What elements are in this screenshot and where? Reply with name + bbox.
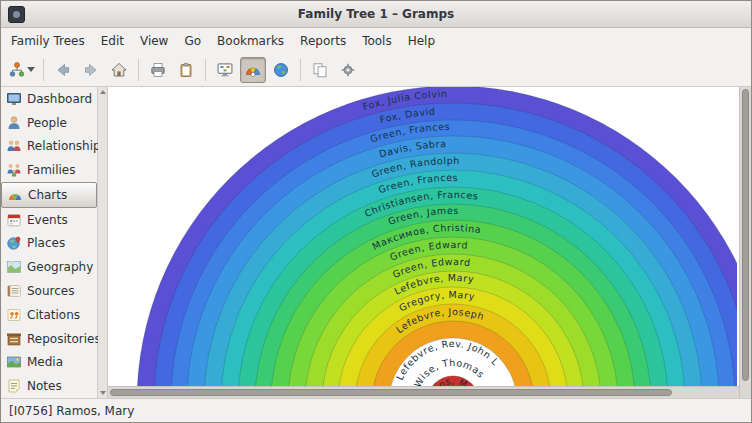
scroll-up-icon <box>100 90 106 94</box>
back-button[interactable] <box>50 57 76 83</box>
settings-button[interactable] <box>335 57 361 83</box>
toolbar-separator <box>138 59 139 81</box>
titlebar[interactable]: Family Tree 1 – Gramps <box>1 1 751 28</box>
family-trees-button[interactable] <box>5 57 38 83</box>
sidebar-item-label: Charts <box>28 188 67 202</box>
scroll-down-icon <box>100 391 106 395</box>
sidebar-item-label: Families <box>27 163 75 177</box>
toolbar <box>1 53 751 87</box>
sidebar-item-label: Geography <box>27 260 93 274</box>
sidebar-item-sources[interactable]: Sources <box>1 279 97 303</box>
sidebar-item-label: Places <box>27 236 65 250</box>
sidebar-item-relationships[interactable]: Relationships <box>1 135 97 159</box>
menu-view[interactable]: View <box>132 30 176 52</box>
menu-edit[interactable]: Edit <box>93 30 132 52</box>
sidebar-item-charts[interactable]: Charts <box>1 182 97 208</box>
relationships-icon <box>6 138 22 154</box>
sidebar-item-label: Media <box>27 355 63 369</box>
horizontal-scrollbar[interactable] <box>108 386 739 398</box>
sidebar-item-dashboard[interactable]: Dashboard <box>1 87 97 111</box>
places-icon <box>6 235 22 251</box>
back-icon <box>54 61 72 79</box>
toolbar-separator <box>43 59 44 81</box>
pedigree-view-button[interactable] <box>212 57 238 83</box>
sidebar-item-label: Relationships <box>27 139 107 153</box>
sidebar-item-label: Events <box>27 213 68 227</box>
forward-icon <box>82 61 100 79</box>
repositories-icon <box>6 331 22 347</box>
events-icon <box>6 212 22 228</box>
print-icon <box>149 61 167 79</box>
sidebar-scrollbar[interactable] <box>98 87 108 398</box>
pedigree-view-icon <box>216 61 234 79</box>
clipboard-icon <box>177 61 195 79</box>
toolbar-separator <box>205 59 206 81</box>
sidebar-item-label: Notes <box>27 379 62 393</box>
chart-column: Fox, Julia Colvin Fox, David Green, Fran… <box>108 87 739 398</box>
sidebar-item-label: Citations <box>27 308 80 322</box>
menu-go[interactable]: Go <box>176 30 209 52</box>
sidebar-item-places[interactable]: Places <box>1 232 97 256</box>
status-text: [I0756] Ramos, Mary <box>9 404 134 418</box>
main-body: Dashboard People Relationships Families … <box>1 87 751 398</box>
window-icon <box>8 6 25 23</box>
sidebar: Dashboard People Relationships Families … <box>1 87 98 398</box>
home-icon <box>110 61 128 79</box>
dashboard-icon <box>6 91 22 107</box>
clipboard-button[interactable] <box>173 57 199 83</box>
menu-family-trees[interactable]: Family Trees <box>3 30 93 52</box>
settings-icon <box>339 61 357 79</box>
fan-chart-viewport[interactable]: Fox, Julia Colvin Fox, David Green, Fran… <box>108 87 739 386</box>
print-button[interactable] <box>145 57 171 83</box>
window-title: Family Tree 1 – Gramps <box>298 7 454 21</box>
sidebar-item-notes[interactable]: Notes <box>1 374 97 398</box>
geography-view-icon <box>272 61 290 79</box>
home-button[interactable] <box>106 57 132 83</box>
fan-chart[interactable]: Fox, Julia Colvin Fox, David Green, Fran… <box>108 87 737 386</box>
sidebar-item-geography[interactable]: Geography <box>1 255 97 279</box>
sidebar-item-families[interactable]: Families <box>1 158 97 182</box>
forward-button[interactable] <box>78 57 104 83</box>
menu-reports[interactable]: Reports <box>292 30 354 52</box>
sidebar-item-label: Repositories <box>27 332 101 346</box>
charts-icon <box>7 187 23 203</box>
sidebar-item-label: Dashboard <box>27 92 92 106</box>
vertical-scrollbar[interactable] <box>739 87 751 398</box>
menubar: Family Trees Edit View Go Bookmarks Repo… <box>1 28 751 53</box>
copy-icon <box>311 61 329 79</box>
statusbar: [I0756] Ramos, Mary <box>1 398 751 422</box>
family-trees-icon <box>8 61 26 79</box>
toolbar-separator <box>300 59 301 81</box>
horizontal-scrollbar-thumb[interactable] <box>110 389 672 396</box>
notes-icon <box>6 378 22 394</box>
copy-button[interactable] <box>307 57 333 83</box>
sidebar-item-people[interactable]: People <box>1 111 97 135</box>
sidebar-item-label: People <box>27 116 67 130</box>
sidebar-item-media[interactable]: Media <box>1 350 97 374</box>
menu-help[interactable]: Help <box>400 30 443 52</box>
vertical-scrollbar-thumb[interactable] <box>742 89 749 381</box>
sidebar-item-events[interactable]: Events <box>1 208 97 232</box>
sidebar-item-label: Sources <box>27 284 74 298</box>
sidebar-item-citations[interactable]: Citations <box>1 303 97 327</box>
geography-view-button[interactable] <box>268 57 294 83</box>
menu-bookmarks[interactable]: Bookmarks <box>209 30 292 52</box>
sources-icon <box>6 283 22 299</box>
citations-icon <box>6 307 22 323</box>
menu-tools[interactable]: Tools <box>354 30 400 52</box>
media-icon <box>6 354 22 370</box>
fan-chart-view-icon <box>244 61 262 79</box>
chevron-down-icon <box>27 67 35 72</box>
people-icon <box>6 115 22 131</box>
sidebar-item-repositories[interactable]: Repositories <box>1 327 97 351</box>
fan-chart-view-button[interactable] <box>240 57 266 83</box>
families-icon <box>6 162 22 178</box>
gramps-window: Family Tree 1 – Gramps Family Trees Edit… <box>0 0 752 423</box>
geography-icon <box>6 259 22 275</box>
